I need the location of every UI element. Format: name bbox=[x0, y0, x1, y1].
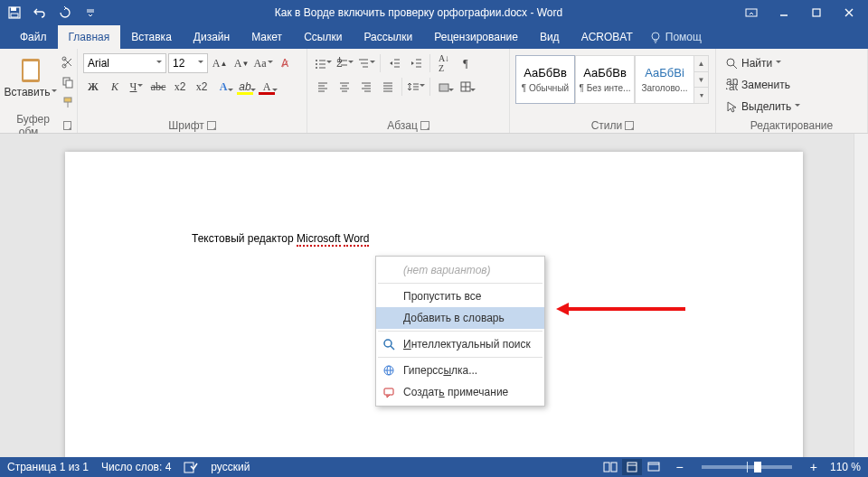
bullets-button[interactable] bbox=[313, 53, 333, 73]
status-proofing-icon[interactable] bbox=[184, 461, 198, 473]
subscript-button[interactable]: x2 bbox=[170, 77, 190, 97]
tab-home[interactable]: Главная bbox=[58, 25, 121, 49]
line-spacing-button[interactable] bbox=[406, 77, 426, 97]
status-language[interactable]: русский bbox=[211, 461, 250, 473]
cut-button[interactable] bbox=[59, 53, 77, 71]
chevron-down-icon bbox=[52, 89, 57, 95]
styles-launcher[interactable] bbox=[625, 121, 634, 130]
tab-view[interactable]: Вид bbox=[529, 25, 571, 49]
group-editing-label: Редактирование bbox=[750, 119, 833, 132]
tab-review[interactable]: Рецензирование bbox=[423, 25, 529, 49]
svg-rect-69 bbox=[611, 463, 617, 472]
group-para-label: Абзац bbox=[387, 119, 418, 132]
qat-customize-button[interactable] bbox=[80, 2, 101, 23]
format-painter-button[interactable] bbox=[59, 93, 77, 111]
tab-acrobat[interactable]: ACROBAT bbox=[571, 25, 644, 49]
tab-file[interactable]: Файл bbox=[9, 25, 58, 49]
tell-me[interactable]: Помощ bbox=[649, 25, 702, 49]
tell-me-label: Помощ bbox=[665, 31, 702, 43]
justify-button[interactable] bbox=[378, 77, 398, 97]
clipboard-launcher[interactable] bbox=[63, 121, 71, 130]
vertical-scrollbar[interactable] bbox=[854, 134, 868, 457]
search-icon bbox=[382, 337, 396, 351]
show-marks-button[interactable]: ¶ bbox=[456, 53, 476, 73]
shading-button[interactable] bbox=[434, 77, 454, 97]
zoom-level[interactable]: 110 % bbox=[830, 461, 861, 473]
tab-mailings[interactable]: Рассылки bbox=[353, 25, 423, 49]
style-heading1[interactable]: АаБбВіЗаголово... bbox=[635, 55, 694, 104]
svg-point-57 bbox=[727, 59, 734, 66]
text-effects-button[interactable]: A bbox=[213, 77, 233, 97]
spell-error-2[interactable]: Word bbox=[344, 232, 369, 247]
styles-gallery-nav[interactable]: ▲▼▾ bbox=[694, 55, 709, 104]
style-nospacing[interactable]: АаБбВв¶ Без инте... bbox=[575, 55, 635, 104]
spell-error-1[interactable]: Microsoft bbox=[297, 232, 341, 247]
select-button[interactable]: Выделить bbox=[722, 97, 804, 117]
tab-references[interactable]: Ссылки bbox=[293, 25, 353, 49]
underline-button[interactable]: Ч bbox=[127, 77, 146, 97]
ribbon-tabs: Файл Главная Вставка Дизайн Макет Ссылки… bbox=[0, 25, 868, 49]
replace-button[interactable]: abacЗаменить bbox=[722, 75, 804, 95]
increase-indent-button[interactable] bbox=[406, 53, 426, 73]
superscript-button[interactable]: x2 bbox=[192, 77, 212, 97]
grow-font-button[interactable]: A▲ bbox=[210, 53, 230, 73]
ctx-add-to-dictionary[interactable]: Добавить в словарь bbox=[376, 307, 544, 329]
view-print-button[interactable] bbox=[622, 459, 642, 475]
font-size-combo[interactable]: 12 bbox=[168, 53, 208, 73]
save-button[interactable] bbox=[4, 2, 25, 23]
document-text[interactable]: Текстовый редактор Microsoft Word bbox=[192, 229, 369, 247]
change-case-button[interactable]: Aa bbox=[253, 53, 273, 73]
zoom-in-button[interactable]: + bbox=[810, 460, 817, 474]
multilevel-list-button[interactable] bbox=[356, 53, 376, 73]
strikethrough-button[interactable]: abc bbox=[148, 77, 168, 97]
highlight-button[interactable]: ab bbox=[235, 77, 255, 97]
style-normal[interactable]: АаБбВв¶ Обычный bbox=[515, 55, 575, 104]
decrease-indent-button[interactable] bbox=[384, 53, 404, 73]
font-name-combo[interactable]: Arial bbox=[83, 53, 166, 73]
paste-button[interactable]: Вставить bbox=[5, 51, 56, 100]
status-word-count[interactable]: Число слов: 4 bbox=[101, 461, 171, 473]
zoom-slider[interactable] bbox=[702, 465, 792, 469]
status-page[interactable]: Страница 1 из 1 bbox=[7, 461, 89, 473]
para-launcher[interactable] bbox=[420, 121, 429, 130]
align-right-button[interactable] bbox=[356, 77, 376, 97]
clear-formatting-button[interactable]: A̷ bbox=[275, 53, 295, 73]
zoom-out-button[interactable]: − bbox=[676, 460, 684, 474]
numbering-button[interactable]: 12 bbox=[335, 53, 354, 73]
maximize-button[interactable] bbox=[801, 2, 832, 23]
tab-layout[interactable]: Макет bbox=[241, 25, 293, 49]
search-icon bbox=[725, 57, 738, 70]
italic-button[interactable]: К bbox=[105, 77, 125, 97]
svg-line-58 bbox=[733, 65, 737, 69]
copy-button[interactable] bbox=[59, 73, 77, 91]
bold-button[interactable]: Ж bbox=[83, 77, 103, 97]
tab-insert[interactable]: Вставка bbox=[120, 25, 183, 49]
ctx-hyperlink[interactable]: Гиперссылка... bbox=[376, 360, 544, 381]
undo-button[interactable] bbox=[29, 2, 51, 23]
svg-point-6 bbox=[652, 33, 659, 40]
borders-button[interactable] bbox=[456, 77, 476, 97]
align-center-button[interactable] bbox=[335, 77, 354, 97]
ctx-ignore-all[interactable]: Пропустить все bbox=[376, 285, 544, 307]
svg-line-62 bbox=[391, 346, 394, 350]
svg-rect-2 bbox=[11, 14, 18, 17]
ctx-new-comment[interactable]: Создать примечание bbox=[376, 381, 544, 403]
shrink-font-button[interactable]: A▼ bbox=[231, 53, 251, 73]
find-button[interactable]: Найти bbox=[722, 53, 804, 73]
ribbon-options-button[interactable] bbox=[736, 2, 767, 23]
group-font-label: Шрифт bbox=[168, 119, 203, 132]
font-launcher[interactable] bbox=[207, 121, 216, 130]
redo-button[interactable] bbox=[54, 2, 76, 23]
ctx-smart-lookup[interactable]: Интеллектуальный поиск bbox=[376, 333, 544, 355]
view-buttons bbox=[600, 459, 664, 475]
align-left-button[interactable] bbox=[313, 77, 333, 97]
view-read-button[interactable] bbox=[600, 459, 620, 475]
minimize-button[interactable] bbox=[769, 2, 799, 23]
close-button[interactable] bbox=[834, 2, 864, 23]
tab-design[interactable]: Дизайн bbox=[183, 25, 241, 49]
view-web-button[interactable] bbox=[644, 459, 664, 475]
sort-button[interactable]: A↓Z bbox=[434, 53, 454, 73]
font-color-button[interactable]: A bbox=[257, 77, 277, 97]
group-editing: Найти abacЗаменить Выделить Редактирован… bbox=[716, 49, 868, 133]
svg-rect-66 bbox=[384, 388, 393, 395]
